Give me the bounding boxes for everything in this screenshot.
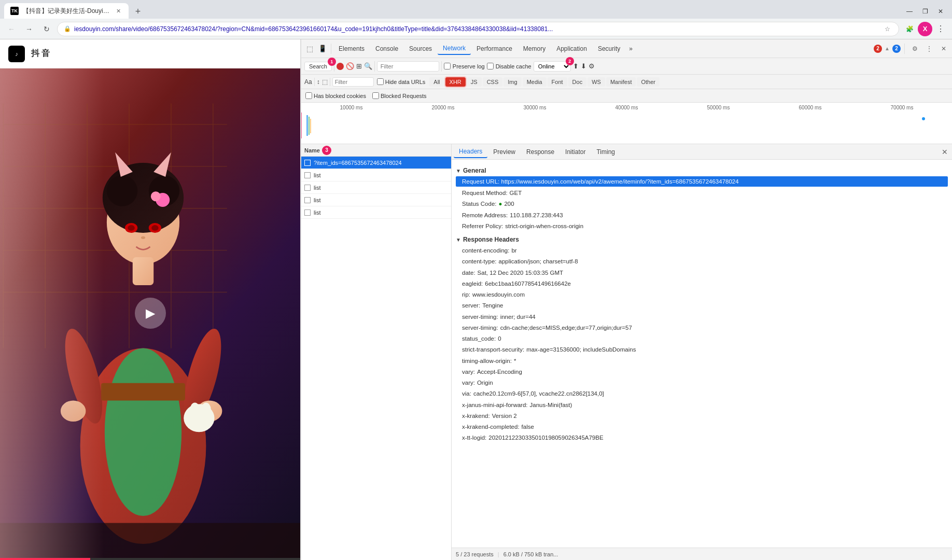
blocked-requests-label[interactable]: Blocked Requests	[372, 92, 427, 99]
minimize-button[interactable]: —	[902, 4, 917, 19]
has-blocked-cookies-label[interactable]: Has blocked cookies	[305, 92, 366, 99]
tab-sources[interactable]: Sources	[404, 43, 437, 54]
clear-log-button[interactable]: 🚫	[346, 62, 354, 70]
settings-network-icon[interactable]: ⚙	[589, 62, 595, 70]
filter-xhr[interactable]: XHR	[445, 77, 466, 87]
settings-icon[interactable]: ⚙	[908, 43, 921, 55]
network-item-5[interactable]: list	[301, 206, 451, 219]
resp-x-krakend: x-krakend: Version 2	[456, 411, 948, 422]
tab-memory[interactable]: Memory	[518, 43, 551, 54]
wrap-icon[interactable]: ⬚	[322, 78, 328, 86]
network-request-list: Name 3 ?item_ids=6867535672463478024 lis…	[301, 144, 452, 560]
detail-tab-preview[interactable]: Preview	[488, 146, 521, 158]
export-icon[interactable]: ⬇	[581, 62, 586, 70]
status-separator: |	[498, 551, 499, 557]
blocked-requests-checkbox[interactable]	[372, 92, 379, 99]
tab-console[interactable]: Console	[370, 43, 403, 54]
item-checkbox-5[interactable]	[304, 209, 311, 216]
has-blocked-cookies-checkbox[interactable]	[305, 92, 312, 99]
filter-manifest[interactable]: Manifest	[606, 77, 636, 87]
x-tt-logid-label: x-tt-logid:	[462, 433, 486, 442]
more-tabs-button[interactable]: »	[626, 43, 636, 54]
filter-media[interactable]: Media	[523, 77, 547, 87]
waterfall-chart	[301, 113, 952, 138]
detail-tab-response[interactable]: Response	[521, 146, 559, 158]
item-checkbox-1[interactable]	[304, 160, 311, 166]
filter-icon[interactable]: ⊞	[356, 62, 362, 70]
tab-security[interactable]: Security	[593, 43, 625, 54]
filter-input[interactable]	[377, 61, 439, 72]
devtools-tabs: ⬚ 📱 Elements Console Sources Network Per…	[301, 39, 952, 58]
general-section-header[interactable]: ▼ General	[456, 167, 948, 174]
preserve-log-input[interactable]	[444, 63, 451, 69]
content-encoding-label: content-encoding:	[462, 246, 509, 255]
server-timing-2-value: cdn-cache;desc=MISS,edge;dur=77,origin;d…	[500, 324, 632, 332]
filter-all[interactable]: All	[429, 77, 444, 87]
content-type-label: content-type:	[462, 257, 496, 266]
network-item-1[interactable]: ?item_ids=6867535672463478024	[301, 157, 451, 169]
throttle-select[interactable]: Online Fast 3G Slow 3G	[534, 61, 571, 72]
item-name-2: list	[314, 172, 448, 178]
search-network-icon[interactable]: 🔍	[364, 62, 372, 70]
hide-data-urls-checkbox[interactable]	[377, 78, 384, 85]
progress-bar[interactable]	[0, 558, 300, 560]
tab-elements[interactable]: Elements	[333, 43, 370, 54]
x-krakend-label: x-krakend:	[462, 412, 490, 421]
close-button[interactable]: ✕	[933, 4, 948, 19]
filter-css[interactable]: CSS	[483, 77, 503, 87]
filter-bar-input[interactable]	[332, 77, 374, 87]
new-tab-button[interactable]: +	[131, 4, 145, 19]
filter-ws[interactable]: WS	[587, 77, 605, 87]
back-button[interactable]: ←	[4, 22, 19, 36]
tab-application[interactable]: Application	[551, 43, 592, 54]
import-icon[interactable]: ⬆	[573, 62, 579, 70]
hide-data-urls-label[interactable]: Hide data URLs	[377, 78, 426, 85]
forward-button[interactable]: →	[22, 22, 36, 36]
filter-img[interactable]: Img	[503, 77, 521, 87]
profile-avatar[interactable]: X	[918, 22, 932, 36]
network-item-4[interactable]: list	[301, 194, 451, 206]
browser-tab[interactable]: TK 【抖音】记录美好生活-Douyin... ✕	[4, 3, 129, 19]
response-headers-section-header[interactable]: ▼ Response Headers	[456, 236, 948, 243]
resp-server-timing-1: server-timing: inner; dur=44	[456, 312, 948, 323]
method-value: GET	[510, 189, 522, 198]
maximize-button[interactable]: ❐	[918, 4, 932, 19]
devtools-close-icon[interactable]: ✕	[937, 43, 950, 55]
filter-other[interactable]: Other	[637, 77, 660, 87]
item-checkbox-3[interactable]	[304, 185, 311, 191]
disable-cache-input[interactable]	[487, 63, 494, 69]
refresh-button[interactable]: ↻	[39, 22, 54, 36]
item-checkbox-4[interactable]	[304, 197, 311, 203]
server-label: server:	[462, 301, 480, 310]
disable-cache-checkbox[interactable]: Disable cache	[487, 63, 531, 69]
detail-content: ▼ General Request URL: https://www.iesdo…	[452, 160, 952, 548]
filter-js[interactable]: JS	[467, 77, 482, 87]
tab-performance[interactable]: Performance	[471, 43, 517, 54]
address-input[interactable]: 🔒 iesdouyin.com/share/video/686753567246…	[57, 22, 899, 36]
record-button[interactable]	[337, 63, 344, 70]
detail-tab-timing[interactable]: Timing	[591, 146, 620, 158]
tab-close-button[interactable]: ✕	[114, 7, 122, 15]
extensions-icon[interactable]: 🧩	[902, 22, 917, 36]
format-icon[interactable]: ↕	[317, 78, 320, 86]
detail-tabs: Headers Preview Response Initiator Timin…	[452, 144, 952, 160]
svg-point-41	[922, 117, 925, 120]
network-item-3[interactable]: list	[301, 181, 451, 194]
request-method-row: Request Method: GET	[456, 188, 948, 199]
detail-tab-initiator[interactable]: Initiator	[560, 146, 591, 158]
network-item-2[interactable]: list	[301, 169, 451, 181]
bookmark-icon[interactable]: ☆	[882, 24, 892, 34]
resp-eagleid: eagleid: 6ebc1baa16077854149616642e	[456, 278, 948, 289]
devtools-menu-icon[interactable]: ⋮	[923, 43, 935, 55]
filter-font[interactable]: Font	[548, 77, 567, 87]
detail-close-button[interactable]: ✕	[940, 147, 950, 157]
tab-network[interactable]: Network	[438, 43, 471, 55]
filter-doc[interactable]: Doc	[568, 77, 587, 87]
menu-button[interactable]: ⋮	[933, 22, 948, 36]
preserve-log-checkbox[interactable]: Preserve log	[444, 63, 485, 69]
item-checkbox-2[interactable]	[304, 172, 311, 178]
inspect-element-icon[interactable]: ⬚	[303, 43, 316, 55]
device-mode-icon[interactable]: 📱	[316, 43, 329, 55]
detail-tab-headers[interactable]: Headers	[454, 146, 487, 158]
play-button[interactable]: ▶	[135, 298, 166, 329]
